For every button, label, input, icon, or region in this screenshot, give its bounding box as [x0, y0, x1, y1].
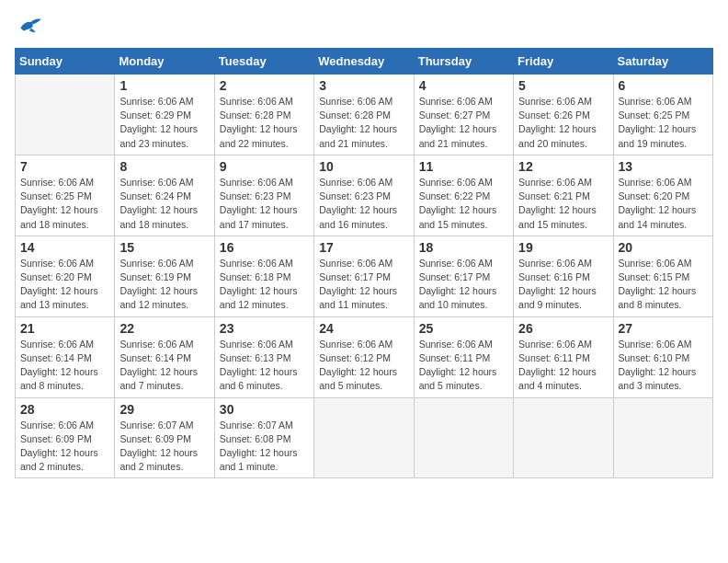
day-number: 1 [119, 78, 209, 93]
day-detail: Sunrise: 6:06 AMSunset: 6:25 PMDaylight:… [619, 95, 708, 151]
day-cell: 29Sunrise: 6:07 AMSunset: 6:09 PMDayligh… [115, 397, 214, 478]
day-detail: Sunrise: 6:07 AMSunset: 6:08 PMDaylight:… [220, 419, 309, 475]
day-detail: Sunrise: 6:06 AMSunset: 6:14 PMDaylight:… [20, 338, 109, 394]
header [15, 15, 713, 40]
week-row-5: 28Sunrise: 6:06 AMSunset: 6:09 PMDayligh… [16, 397, 713, 478]
day-number: 27 [619, 321, 708, 336]
day-number: 20 [619, 240, 708, 255]
day-cell [16, 75, 115, 155]
day-number: 3 [319, 78, 408, 93]
day-number: 17 [319, 240, 408, 255]
day-detail: Sunrise: 6:06 AMSunset: 6:20 PMDaylight:… [619, 176, 708, 232]
day-cell: 19Sunrise: 6:06 AMSunset: 6:16 PMDayligh… [514, 236, 613, 316]
day-cell: 10Sunrise: 6:06 AMSunset: 6:23 PMDayligh… [314, 155, 414, 236]
day-detail: Sunrise: 6:06 AMSunset: 6:21 PMDaylight:… [518, 176, 608, 232]
day-detail: Sunrise: 6:06 AMSunset: 6:17 PMDaylight:… [319, 257, 408, 313]
week-row-3: 14Sunrise: 6:06 AMSunset: 6:20 PMDayligh… [16, 236, 713, 316]
day-cell: 12Sunrise: 6:06 AMSunset: 6:21 PMDayligh… [514, 155, 613, 236]
day-cell: 13Sunrise: 6:06 AMSunset: 6:20 PMDayligh… [613, 155, 712, 236]
day-number: 8 [119, 159, 209, 174]
day-number: 13 [619, 159, 708, 174]
day-detail: Sunrise: 6:06 AMSunset: 6:29 PMDaylight:… [119, 95, 209, 151]
day-number: 15 [119, 240, 209, 255]
week-row-1: 1Sunrise: 6:06 AMSunset: 6:29 PMDaylight… [16, 75, 713, 155]
day-cell: 22Sunrise: 6:06 AMSunset: 6:14 PMDayligh… [115, 316, 214, 397]
day-detail: Sunrise: 6:06 AMSunset: 6:10 PMDaylight:… [619, 338, 708, 394]
day-cell [514, 397, 613, 478]
day-cell: 1Sunrise: 6:06 AMSunset: 6:29 PMDaylight… [115, 75, 214, 155]
day-number: 21 [20, 321, 109, 336]
day-cell: 7Sunrise: 6:06 AMSunset: 6:25 PMDaylight… [16, 155, 115, 236]
day-cell: 14Sunrise: 6:06 AMSunset: 6:20 PMDayligh… [16, 236, 115, 316]
day-number: 28 [20, 402, 109, 417]
day-cell: 6Sunrise: 6:06 AMSunset: 6:25 PMDaylight… [613, 75, 712, 155]
day-number: 24 [319, 321, 408, 336]
day-cell: 2Sunrise: 6:06 AMSunset: 6:28 PMDaylight… [214, 75, 313, 155]
day-cell: 17Sunrise: 6:06 AMSunset: 6:17 PMDayligh… [314, 236, 414, 316]
day-detail: Sunrise: 6:06 AMSunset: 6:26 PMDaylight:… [518, 95, 608, 151]
day-detail: Sunrise: 6:06 AMSunset: 6:25 PMDaylight:… [20, 176, 109, 232]
day-number: 16 [220, 240, 309, 255]
day-cell: 18Sunrise: 6:06 AMSunset: 6:17 PMDayligh… [414, 236, 513, 316]
day-cell: 16Sunrise: 6:06 AMSunset: 6:18 PMDayligh… [214, 236, 313, 316]
day-detail: Sunrise: 6:06 AMSunset: 6:23 PMDaylight:… [220, 176, 309, 232]
day-cell: 8Sunrise: 6:06 AMSunset: 6:24 PMDaylight… [115, 155, 214, 236]
day-detail: Sunrise: 6:06 AMSunset: 6:11 PMDaylight:… [518, 338, 608, 394]
day-cell: 24Sunrise: 6:06 AMSunset: 6:12 PMDayligh… [314, 316, 414, 397]
day-cell [414, 397, 513, 478]
calendar: SundayMondayTuesdayWednesdayThursdayFrid… [15, 48, 713, 478]
header-friday: Friday [514, 49, 613, 75]
header-wednesday: Wednesday [314, 49, 414, 75]
day-detail: Sunrise: 6:06 AMSunset: 6:14 PMDaylight:… [119, 338, 209, 394]
day-detail: Sunrise: 6:06 AMSunset: 6:16 PMDaylight:… [518, 257, 608, 313]
day-number: 11 [419, 159, 508, 174]
day-number: 14 [20, 240, 109, 255]
day-cell: 23Sunrise: 6:06 AMSunset: 6:13 PMDayligh… [214, 316, 313, 397]
day-detail: Sunrise: 6:06 AMSunset: 6:28 PMDaylight:… [220, 95, 309, 151]
header-thursday: Thursday [414, 49, 513, 75]
header-monday: Monday [115, 49, 214, 75]
day-cell: 5Sunrise: 6:06 AMSunset: 6:26 PMDaylight… [514, 75, 613, 155]
day-number: 23 [220, 321, 309, 336]
day-number: 12 [518, 159, 608, 174]
day-detail: Sunrise: 6:06 AMSunset: 6:19 PMDaylight:… [119, 257, 209, 313]
day-number: 2 [220, 78, 309, 93]
day-detail: Sunrise: 6:06 AMSunset: 6:27 PMDaylight:… [419, 95, 508, 151]
day-number: 19 [518, 240, 608, 255]
day-detail: Sunrise: 6:06 AMSunset: 6:28 PMDaylight:… [319, 95, 408, 151]
logo-icon [15, 15, 44, 40]
day-detail: Sunrise: 6:06 AMSunset: 6:15 PMDaylight:… [619, 257, 708, 313]
day-number: 26 [518, 321, 608, 336]
header-sunday: Sunday [16, 49, 115, 75]
day-detail: Sunrise: 6:06 AMSunset: 6:24 PMDaylight:… [119, 176, 209, 232]
day-number: 22 [119, 321, 209, 336]
day-cell: 3Sunrise: 6:06 AMSunset: 6:28 PMDaylight… [314, 75, 414, 155]
day-detail: Sunrise: 6:06 AMSunset: 6:11 PMDaylight:… [419, 338, 508, 394]
day-number: 6 [619, 78, 708, 93]
day-cell: 26Sunrise: 6:06 AMSunset: 6:11 PMDayligh… [514, 316, 613, 397]
day-cell: 11Sunrise: 6:06 AMSunset: 6:22 PMDayligh… [414, 155, 513, 236]
day-cell: 9Sunrise: 6:06 AMSunset: 6:23 PMDaylight… [214, 155, 313, 236]
day-number: 18 [419, 240, 508, 255]
header-saturday: Saturday [613, 49, 712, 75]
week-row-2: 7Sunrise: 6:06 AMSunset: 6:25 PMDaylight… [16, 155, 713, 236]
day-detail: Sunrise: 6:06 AMSunset: 6:20 PMDaylight:… [20, 257, 109, 313]
day-cell [613, 397, 712, 478]
logo [15, 15, 48, 40]
calendar-header-row: SundayMondayTuesdayWednesdayThursdayFrid… [16, 49, 713, 75]
day-number: 10 [319, 159, 408, 174]
day-detail: Sunrise: 6:06 AMSunset: 6:17 PMDaylight:… [419, 257, 508, 313]
day-number: 9 [220, 159, 309, 174]
day-detail: Sunrise: 6:06 AMSunset: 6:13 PMDaylight:… [220, 338, 309, 394]
day-cell: 25Sunrise: 6:06 AMSunset: 6:11 PMDayligh… [414, 316, 513, 397]
day-number: 25 [419, 321, 508, 336]
day-detail: Sunrise: 6:06 AMSunset: 6:22 PMDaylight:… [419, 176, 508, 232]
day-number: 5 [518, 78, 608, 93]
day-cell: 27Sunrise: 6:06 AMSunset: 6:10 PMDayligh… [613, 316, 712, 397]
day-detail: Sunrise: 6:06 AMSunset: 6:09 PMDaylight:… [20, 419, 109, 475]
day-number: 4 [419, 78, 508, 93]
day-detail: Sunrise: 6:06 AMSunset: 6:18 PMDaylight:… [220, 257, 309, 313]
day-detail: Sunrise: 6:06 AMSunset: 6:23 PMDaylight:… [319, 176, 408, 232]
day-cell: 30Sunrise: 6:07 AMSunset: 6:08 PMDayligh… [214, 397, 313, 478]
day-cell: 4Sunrise: 6:06 AMSunset: 6:27 PMDaylight… [414, 75, 513, 155]
